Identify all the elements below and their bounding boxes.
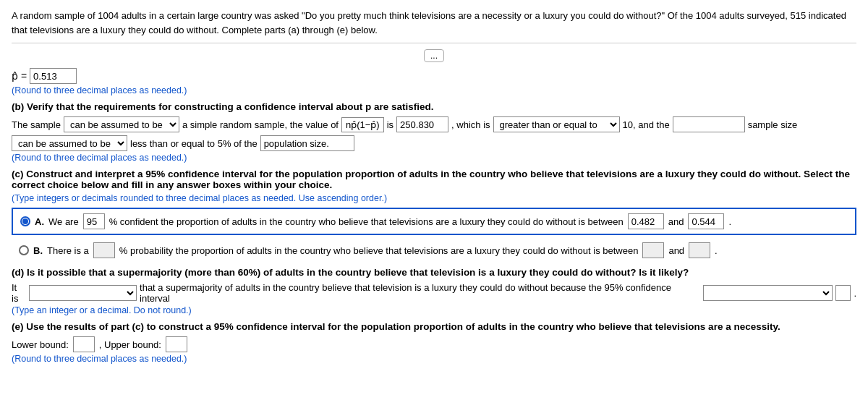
is-text: is [387, 119, 393, 130]
option-a-radio[interactable] [20, 216, 30, 226]
simple-random-text: a simple random sample, the value of [182, 119, 339, 130]
option-b-text2: % probability the proportion of adults i… [119, 245, 639, 256]
option-a-text1: We are [48, 216, 79, 227]
option-b-upper-input[interactable] [689, 242, 710, 258]
less-than-text: less than or equal to 5% of the [130, 138, 258, 149]
part-b-label: (b) Verify that the requirements for con… [12, 101, 856, 112]
option-b-letter: B. [33, 245, 43, 256]
part-e-hint: (Round to three decimal places as needed… [12, 354, 856, 364]
option-b-block: B. There is a % probability the proporti… [12, 239, 856, 261]
ci-dropdown[interactable] [703, 285, 833, 301]
p-hat-label: p̂ = [12, 70, 27, 82]
option-a-period: . [728, 216, 731, 227]
option-a-block: A. We are % confident the proportion of … [12, 208, 856, 235]
verify-line-2: can be assumed to be cannot be assumed t… [12, 135, 856, 151]
it-is-line: It is possible not possible that a super… [12, 282, 856, 304]
option-b-pct-input[interactable] [93, 242, 115, 258]
ten-and-text: 10, and the [623, 119, 670, 130]
option-a-and-text: and [668, 216, 684, 227]
option-b-period: . [715, 245, 718, 256]
p-hat-hint: (Round to three decimal places as needed… [12, 85, 856, 95]
np-value-input[interactable] [396, 116, 448, 132]
it-is-text: It is [12, 282, 26, 304]
lower-bound-input[interactable] [73, 336, 95, 352]
np-formula-box: np̂(1−p̂) [341, 117, 384, 132]
sample-dropdown[interactable]: can be assumed to be cannot be assumed t… [64, 116, 179, 132]
part-b-hint: (Round to three decimal places as needed… [12, 153, 856, 163]
expand-button[interactable]: ... [424, 49, 444, 62]
lower-bound-label: Lower bound: [12, 339, 69, 350]
upper-bound-label: , Upper bound: [99, 339, 161, 350]
part-c-hint: (Type integers or decimals rounded to th… [12, 193, 856, 203]
option-a-pct-sign: % confident the proportion of adults in … [109, 216, 624, 227]
which-is-text: , which is [451, 119, 490, 130]
part-d-hint: (Type an integer or a decimal. Do not ro… [12, 305, 856, 315]
option-b-and-text: and [668, 245, 684, 256]
option-a-letter: A. [35, 216, 44, 227]
assumed-dropdown-2[interactable]: can be assumed to be cannot be assumed t… [12, 135, 127, 151]
it-is-dropdown[interactable]: possible not possible [29, 285, 137, 301]
population-size-input[interactable] [260, 135, 354, 151]
ci-square-input[interactable] [835, 285, 851, 301]
option-a-pct-input[interactable] [83, 213, 105, 229]
gte-dropdown[interactable]: greater than or equal to less than [493, 116, 620, 132]
option-b-radio[interactable] [19, 245, 29, 255]
sample-size-input[interactable] [673, 116, 745, 132]
period-end: . [854, 288, 856, 299]
part-d-label: (d) Is it possible that a supermajority … [12, 267, 856, 278]
option-b-text1: There is a [47, 245, 89, 256]
part-e-label: (e) Use the results of part (c) to const… [12, 321, 856, 332]
intro-text: A random sample of 1004 adults in a cert… [12, 9, 856, 43]
verify-line-1: The sample can be assumed to be cannot b… [12, 116, 856, 132]
option-a-upper-input[interactable] [688, 213, 724, 229]
option-a-lower-input[interactable] [628, 213, 664, 229]
sample-size-label: sample size [748, 119, 798, 130]
the-sample-text: The sample [12, 119, 61, 130]
part-c-label: (c) Construct and interpret a 95% confid… [12, 169, 856, 190]
option-b-lower-input[interactable] [642, 242, 664, 258]
upper-bound-input[interactable] [166, 336, 187, 352]
p-hat-input[interactable] [30, 68, 77, 84]
lower-upper-line: Lower bound: , Upper bound: [12, 336, 856, 352]
supermajority-text: that a supermajority of adults in the co… [140, 282, 700, 304]
